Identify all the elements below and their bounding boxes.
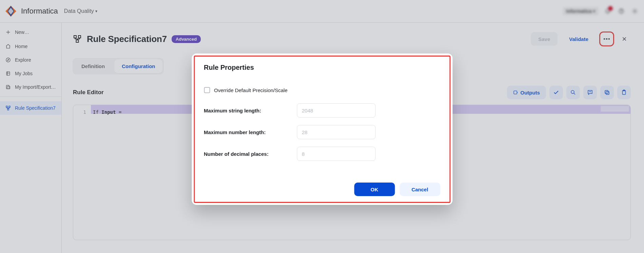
max-string-row: Maximum string length: 2048 (204, 103, 440, 118)
max-number-placeholder: 28 (302, 129, 308, 135)
max-number-row: Maximum number length: 28 (204, 125, 440, 139)
cancel-button[interactable]: Cancel (399, 183, 440, 196)
decimal-places-placeholder: 8 (302, 151, 305, 157)
override-precision-checkbox[interactable] (204, 87, 210, 93)
max-number-input[interactable]: 28 (297, 125, 375, 139)
ok-button[interactable]: OK (354, 183, 395, 196)
max-string-placeholder: 2048 (302, 108, 313, 113)
rule-properties-dialog: Rule Properties Override Default Precisi… (192, 54, 452, 205)
decimal-places-label: Number of decimal places: (204, 151, 289, 157)
decimal-places-input[interactable]: 8 (297, 147, 375, 161)
max-string-label: Maximum string length: (204, 108, 289, 113)
override-precision-label: Override Default Precision/Scale (214, 87, 288, 93)
override-precision-row: Override Default Precision/Scale (204, 87, 440, 93)
max-number-label: Maximum number length: (204, 129, 289, 135)
decimal-places-row: Number of decimal places: 8 (204, 147, 440, 161)
max-string-input[interactable]: 2048 (297, 103, 375, 118)
dialog-title: Rule Properties (204, 64, 440, 71)
